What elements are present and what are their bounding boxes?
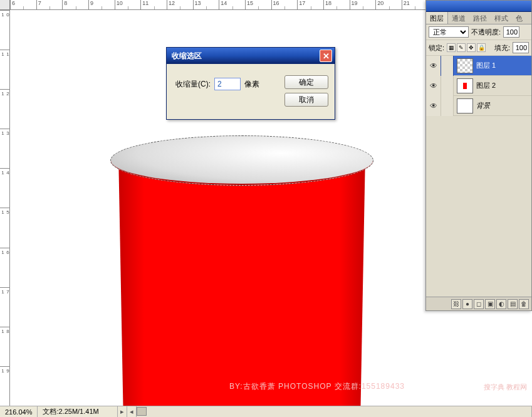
panel-tab[interactable]: 通道 <box>448 12 469 24</box>
ruler-tick: 21 <box>402 0 428 9</box>
lock-position-icon[interactable]: ✥ <box>467 43 476 52</box>
document-size[interactable]: 文档:2.25M/1.41M <box>38 406 118 417</box>
visibility-toggle[interactable]: 👁 <box>426 96 441 116</box>
layers-panel: 图层通道路径样式色 正常 不透明度: 锁定: ▦ ✎ ✥ 🔒 填充: 👁图层 1… <box>425 0 532 311</box>
unit-label: 像素 <box>244 79 259 90</box>
fill-label: 填充: <box>494 43 510 53</box>
ruler-tick: 11 <box>140 0 167 9</box>
ruler-tick: 19 <box>350 0 376 9</box>
layer-style-icon[interactable]: ● <box>462 299 472 309</box>
dialog-title-text: 收缩选区 <box>172 51 202 61</box>
layer-thumbnail <box>457 58 473 73</box>
ok-button[interactable]: 确定 <box>284 75 328 89</box>
visibility-toggle[interactable]: 👁 <box>426 76 441 96</box>
scroll-left-arrow[interactable]: ◂ <box>127 406 137 417</box>
zoom-level[interactable]: 216.04% <box>0 406 38 417</box>
ruler-tick: 16 <box>0 248 9 287</box>
layer-item[interactable]: 👁背景 <box>426 96 531 116</box>
cancel-button[interactable]: 取消 <box>284 93 328 107</box>
cup-artwork <box>110 135 373 406</box>
panel-tabs: 图层通道路径样式色 <box>426 12 531 24</box>
layer-item[interactable]: 👁图层 2 <box>426 76 531 96</box>
horizontal-scrollbar[interactable] <box>137 406 532 417</box>
ruler-tick: 17 <box>297 0 323 9</box>
layer-item[interactable]: 👁图层 1 <box>426 56 531 76</box>
ruler-tick: 10 <box>0 10 9 50</box>
opacity-label: 不透明度: <box>471 28 501 37</box>
layer-link-cell[interactable] <box>441 76 454 96</box>
ruler-tick: 6 <box>10 0 36 9</box>
ruler-tick: 15 <box>0 208 9 247</box>
vertical-ruler: 10111213141516171819 <box>0 10 10 406</box>
panel-tab[interactable]: 样式 <box>491 12 512 24</box>
panel-tab[interactable]: 图层 <box>426 12 448 24</box>
ruler-corner <box>0 0 10 10</box>
scroll-thumb[interactable] <box>137 407 147 416</box>
lock-all-icon[interactable]: 🔒 <box>477 43 486 52</box>
ruler-tick: 19 <box>0 366 9 406</box>
amount-input[interactable] <box>214 78 241 90</box>
ruler-tick: 17 <box>0 287 9 327</box>
layer-name: 图层 1 <box>476 61 496 70</box>
layer-thumbnail <box>457 98 473 113</box>
new-layer-icon[interactable]: ▤ <box>508 299 518 309</box>
ruler-tick: 10 <box>115 0 141 9</box>
panel-tab[interactable]: 色 <box>512 12 526 24</box>
ruler-tick: 12 <box>167 0 193 9</box>
ruler-tick: 14 <box>219 0 245 9</box>
layer-link-cell[interactable] <box>441 96 454 116</box>
watermark-text: BY:古欲香萧 PHOTOSHOP 交流群:155189433 <box>229 381 405 392</box>
contract-selection-dialog: 收缩选区 ✕ 收缩量(C): 像素 确定 取消 <box>166 47 335 120</box>
amount-label: 收缩量(C): <box>175 79 211 90</box>
ruler-tick: 11 <box>0 50 9 89</box>
lock-paint-icon[interactable]: ✎ <box>457 43 466 52</box>
link-layers-icon[interactable]: ⛓ <box>451 299 461 309</box>
ruler-tick: 13 <box>0 129 9 168</box>
layer-list: 👁图层 1👁图层 2👁背景 <box>426 56 531 297</box>
status-bar: 216.04% 文档:2.25M/1.41M ▸ ◂ <box>0 406 532 417</box>
ruler-tick: 20 <box>375 0 402 9</box>
status-menu-arrow[interactable]: ▸ <box>118 406 127 417</box>
close-button[interactable]: ✕ <box>320 50 332 62</box>
delete-layer-icon[interactable]: 🗑 <box>519 299 529 309</box>
ruler-tick: 18 <box>323 0 350 9</box>
lock-label: 锁定: <box>429 43 444 53</box>
ruler-tick: 9 <box>88 0 115 9</box>
ruler-tick: 8 <box>62 0 88 9</box>
ruler-tick: 13 <box>193 0 219 9</box>
ruler-tick: 12 <box>0 89 9 129</box>
cup-rim-selection <box>110 135 373 186</box>
layer-thumbnail <box>457 78 473 93</box>
cup-body <box>113 161 370 406</box>
ruler-tick: 14 <box>0 168 9 208</box>
panel-tab[interactable]: 路径 <box>469 12 491 24</box>
ruler-tick: 16 <box>271 0 298 9</box>
fill-input[interactable] <box>513 42 529 53</box>
dialog-titlebar[interactable]: 收缩选区 ✕ <box>167 48 335 64</box>
opacity-input[interactable] <box>503 26 519 38</box>
panel-titlebar[interactable] <box>426 1 531 12</box>
layer-name: 图层 2 <box>476 81 496 90</box>
ruler-tick: 18 <box>0 327 9 366</box>
ruler-tick: 7 <box>36 0 63 9</box>
watermark-site: 搜字典 教程网 <box>484 383 527 392</box>
layer-link-cell[interactable] <box>441 56 454 76</box>
panel-footer: ⛓ ● ◻ ▣ ◐ ▤ 🗑 <box>426 297 531 310</box>
layer-name: 背景 <box>476 101 490 110</box>
new-group-icon[interactable]: ▣ <box>485 299 495 309</box>
ruler-tick: 15 <box>245 0 271 9</box>
lock-transparency-icon[interactable]: ▦ <box>447 43 456 52</box>
adjustment-layer-icon[interactable]: ◐ <box>496 299 506 309</box>
blend-mode-select[interactable]: 正常 <box>429 26 469 38</box>
visibility-toggle[interactable]: 👁 <box>426 56 441 76</box>
layer-mask-icon[interactable]: ◻ <box>474 299 484 309</box>
